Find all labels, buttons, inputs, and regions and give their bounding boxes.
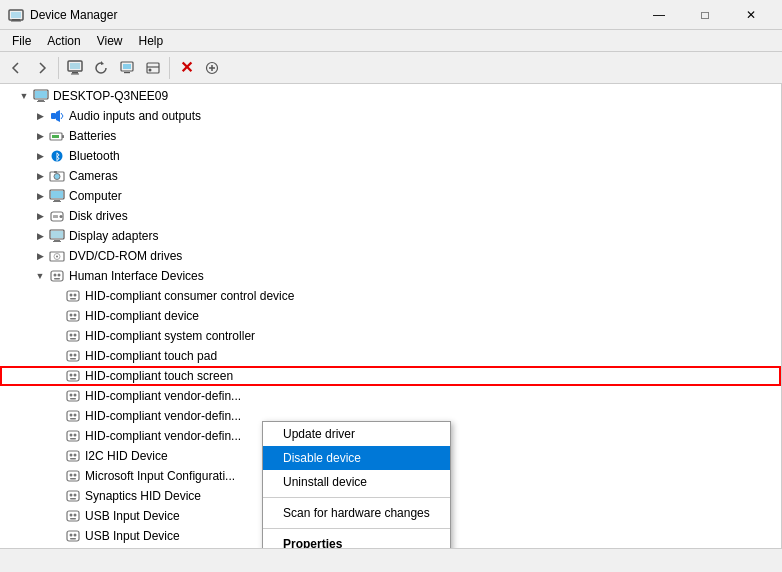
dvd-icon [48, 248, 66, 264]
tree-root[interactable]: ▼ DESKTOP-Q3NEE09 [0, 86, 781, 106]
bluetooth-expand[interactable]: ▶ [32, 151, 48, 161]
ctx-uninstall-device[interactable]: Uninstall device [263, 470, 450, 494]
tree-audio[interactable]: ▶ Audio inputs and outputs [0, 106, 781, 126]
svg-point-53 [74, 294, 77, 297]
svg-point-14 [149, 68, 152, 71]
svg-point-97 [74, 514, 77, 517]
window-title: Device Manager [30, 8, 636, 22]
svg-rect-34 [51, 191, 63, 198]
tree-hid[interactable]: ▼ Human Interface Devices [0, 266, 781, 286]
ctx-scan[interactable]: Scan for hardware changes [263, 501, 450, 525]
ctx-update-driver[interactable]: Update driver [263, 422, 450, 446]
disk-expand[interactable]: ▶ [32, 211, 48, 221]
computer-expand[interactable]: ▶ [32, 191, 48, 201]
svg-point-96 [70, 514, 73, 517]
tree-disk[interactable]: ▶ Disk drives [0, 206, 781, 226]
display-icon [48, 228, 66, 244]
msinput-icon [64, 468, 82, 484]
svg-rect-2 [12, 19, 20, 21]
i2c-label: I2C HID Device [85, 449, 168, 463]
toolbar-scan[interactable] [141, 56, 165, 80]
ctx-properties[interactable]: Properties [263, 532, 450, 548]
svg-rect-74 [70, 398, 76, 400]
msinput-label: Microsoft Input Configurati... [85, 469, 235, 483]
svg-rect-35 [54, 200, 60, 201]
svg-point-80 [70, 434, 73, 437]
svg-rect-1 [11, 12, 21, 18]
tree-hid-touchscreen[interactable]: ▶ HID-compliant touch screen [0, 366, 781, 386]
toolbar-forward[interactable] [30, 56, 54, 80]
toolbar-properties[interactable] [63, 56, 87, 80]
cameras-expand[interactable]: ▶ [32, 171, 48, 181]
toolbar-add-driver[interactable] [200, 56, 224, 80]
svg-rect-62 [70, 338, 76, 340]
i2c-icon [64, 448, 82, 464]
svg-rect-3 [11, 20, 21, 21]
svg-rect-50 [54, 278, 60, 280]
hid-consumer-icon [64, 288, 82, 304]
svg-rect-70 [70, 378, 76, 380]
device-tree[interactable]: ▼ DESKTOP-Q3NEE09 ▶ [0, 84, 782, 548]
window-controls: — □ ✕ [636, 0, 774, 30]
hid-icon [48, 268, 66, 284]
menu-help[interactable]: Help [131, 32, 172, 50]
maximize-button[interactable]: □ [682, 0, 728, 30]
svg-rect-11 [124, 72, 130, 73]
svg-rect-82 [70, 438, 76, 440]
context-menu: Update driver Disable device Uninstall d… [262, 421, 451, 548]
close-button[interactable]: ✕ [728, 0, 774, 30]
svg-point-60 [70, 334, 73, 337]
display-expand[interactable]: ▶ [32, 231, 48, 241]
tree-cameras[interactable]: ▶ Cameras [0, 166, 781, 186]
batteries-expand[interactable]: ▶ [32, 131, 48, 141]
hid-system-icon [64, 328, 82, 344]
titlebar: Device Manager — □ ✕ [0, 0, 782, 30]
tree-hid-system[interactable]: ▶ HID-compliant system controller [0, 326, 781, 346]
ctx-sep-2 [263, 528, 450, 529]
tree-dvd[interactable]: ▶ DVD/CD-ROM drives [0, 246, 781, 266]
hid-touchpad-icon [64, 348, 82, 364]
root-expand-icon[interactable]: ▼ [16, 91, 32, 101]
svg-point-100 [70, 534, 73, 537]
tree-batteries[interactable]: ▶ Batteries [0, 126, 781, 146]
tree-hid-touchpad[interactable]: ▶ HID-compliant touch pad [0, 346, 781, 366]
tree-hid-vendor1[interactable]: ▶ HID-compliant vendor-defin... [0, 386, 781, 406]
hid-consumer-expand: ▶ [48, 291, 64, 301]
hid-expand[interactable]: ▼ [32, 271, 48, 281]
svg-point-57 [74, 314, 77, 317]
tree-bluetooth[interactable]: ▶ ᛒ Bluetooth [0, 146, 781, 166]
hid-vendor3-label: HID-compliant vendor-defin... [85, 429, 241, 443]
tree-display[interactable]: ▶ Display adapters [0, 226, 781, 246]
toolbar-update-driver[interactable] [115, 56, 139, 80]
menu-file[interactable]: File [4, 32, 39, 50]
svg-rect-32 [54, 171, 57, 173]
dvd-expand[interactable]: ▶ [32, 251, 48, 261]
computer-icon [32, 88, 50, 104]
svg-text:ᛒ: ᛒ [55, 152, 60, 162]
tree-hid-device[interactable]: ▶ HID-compliant device [0, 306, 781, 326]
svg-point-72 [70, 394, 73, 397]
svg-point-93 [74, 494, 77, 497]
toolbar-back[interactable] [4, 56, 28, 80]
hid-touchscreen-icon [64, 368, 82, 384]
usb1-icon [64, 508, 82, 524]
tree-hid-consumer[interactable]: ▶ HID-compliant consumer control device [0, 286, 781, 306]
hid-vendor1-icon [64, 388, 82, 404]
toolbar-sep-2 [169, 57, 170, 79]
toolbar-disable[interactable]: ✕ [174, 56, 198, 80]
tree-computer[interactable]: ▶ Computer [0, 186, 781, 206]
hid-touchscreen-label: HID-compliant touch screen [85, 369, 233, 383]
minimize-button[interactable]: — [636, 0, 682, 30]
synaptics-icon [64, 488, 82, 504]
toolbar-refresh[interactable] [89, 56, 113, 80]
svg-rect-58 [70, 318, 76, 320]
disk-label: Disk drives [69, 209, 128, 223]
statusbar [0, 548, 782, 572]
svg-point-81 [74, 434, 77, 437]
ctx-disable-device[interactable]: Disable device [263, 446, 450, 470]
menu-action[interactable]: Action [39, 32, 88, 50]
audio-expand[interactable]: ▶ [32, 111, 48, 121]
svg-rect-5 [70, 63, 80, 69]
menu-view[interactable]: View [89, 32, 131, 50]
toolbar: ✕ [0, 52, 782, 84]
